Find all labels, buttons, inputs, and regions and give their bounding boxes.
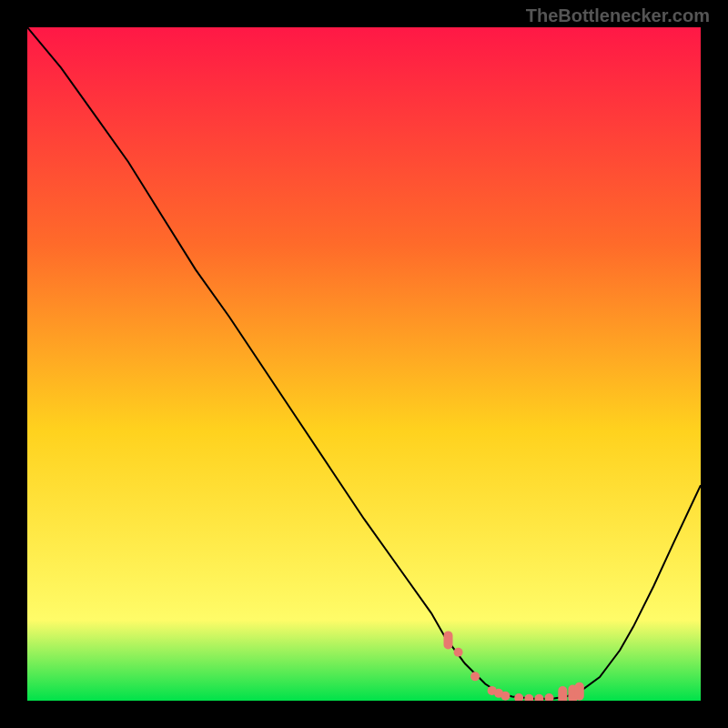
watermark-text: TheBottlenecker.com (526, 5, 710, 26)
marker-dash (575, 682, 584, 701)
marker-dash (444, 631, 453, 649)
marker-dash (558, 686, 567, 701)
marker-dot (454, 648, 463, 657)
chart-svg (27, 27, 701, 701)
chart-container: TheBottlenecker.com (0, 0, 728, 728)
marker-dot (500, 692, 510, 701)
marker-dot (470, 672, 480, 681)
gradient-background (27, 27, 701, 701)
plot-area (27, 27, 701, 701)
